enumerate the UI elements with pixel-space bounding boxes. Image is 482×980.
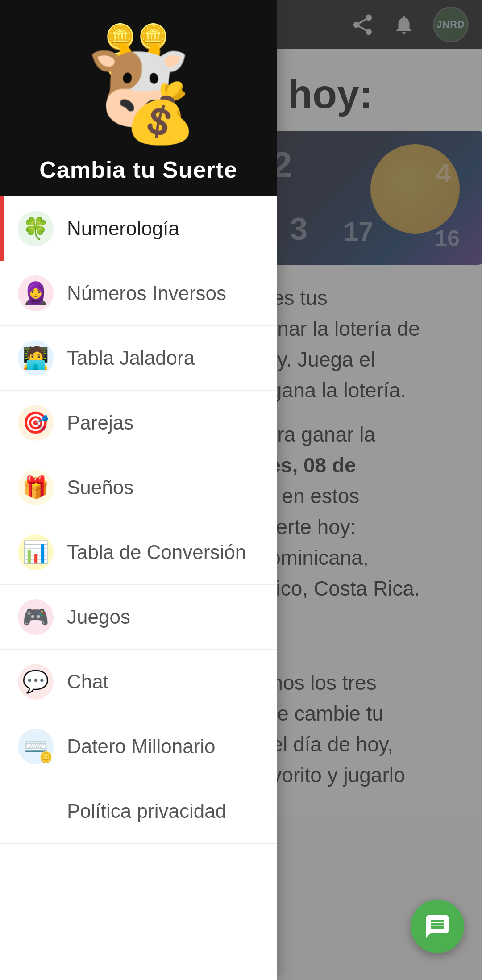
navigation-drawer: 🪙🪙🪙 🐮 💰 Cambia tu Suerte 🍀 Numerología [0,0,277,980]
sidebar-item-tabla-jaladora[interactable]: 🧑‍💻 Tabla Jaladora [0,326,277,391]
drawer-nav: 🍀 Numerología 🧕 Números Inversos 🧑‍💻 Tab… [0,196,277,980]
sidebar-item-tabla-conversion[interactable]: 📊 Tabla de Conversión [0,520,277,585]
overlay-dimmed-area[interactable] [277,0,482,980]
suenos-icon-wrapper: 🎁 [18,470,54,505]
suenos-icon: 🎁 [22,475,49,500]
sidebar-item-label-suenos: Sueños [67,476,133,499]
numerologia-icon: 🍀 [22,216,49,241]
juegos-icon-wrapper: 🎮 [18,599,54,635]
tabla-jaladora-icon: 🧑‍💻 [22,346,49,371]
sidebar-item-label-numerologia: Numerología [67,217,179,240]
money-bag: 💰 [124,79,196,147]
sidebar-item-label-numeros-inversos: Números Inversos [67,282,226,304]
drawer-overlay: 🪙🪙🪙 🐮 💰 Cambia tu Suerte 🍀 Numerología [0,0,482,980]
parejas-icon: 🎯 [22,410,49,435]
parejas-icon-wrapper: 🎯 [18,405,54,441]
politica-icon-wrapper [18,793,54,829]
sidebar-item-chat[interactable]: 💬 Chat [0,650,277,714]
chat-icon: 💬 [22,669,49,694]
sidebar-item-numeros-inversos[interactable]: 🧕 Números Inversos [0,261,277,326]
fab-icon [424,913,451,940]
sidebar-item-politica-privacidad[interactable]: Política privacidad [0,779,277,844]
sidebar-item-label-tabla-conversion: Tabla de Conversión [67,541,246,563]
sidebar-item-juegos[interactable]: 🎮 Juegos [0,585,277,650]
datero-millonario-icon-wrapper: ⌨️ 🪙 [18,729,54,764]
drawer-title: Cambia tu Suerte [39,156,237,183]
datero-coin-icon: 🪙 [39,751,53,763]
sidebar-item-label-tabla-jaladora: Tabla Jaladora [67,347,195,369]
juegos-icon: 🎮 [22,605,49,630]
tabla-conversion-icon: 📊 [22,540,49,565]
sidebar-item-parejas[interactable]: 🎯 Parejas [0,391,277,455]
chat-icon-wrapper: 💬 [18,664,54,700]
drawer-header: 🪙🪙🪙 🐮 💰 Cambia tu Suerte [0,0,277,196]
sidebar-item-label-chat: Chat [67,671,108,693]
sidebar-item-numerologia[interactable]: 🍀 Numerología [0,196,277,261]
sidebar-item-label-juegos: Juegos [67,606,130,628]
numeros-inversos-icon-wrapper: 🧕 [18,275,54,311]
fab-button[interactable] [411,900,464,953]
sidebar-item-datero-millonario[interactable]: ⌨️ 🪙 Datero Millonario [0,714,277,779]
sidebar-item-label-politica-privacidad: Política privacidad [67,800,226,822]
numerologia-icon-wrapper: 🍀 [18,211,54,246]
numeros-inversos-icon: 🧕 [22,281,49,306]
tabla-conversion-icon-wrapper: 📊 [18,534,54,570]
sidebar-item-label-parejas: Parejas [67,412,133,434]
sidebar-item-label-datero-millonario: Datero Millonario [67,735,216,758]
drawer-logo: 🪙🪙🪙 🐮 💰 [67,18,210,152]
sidebar-item-suenos[interactable]: 🎁 Sueños [0,455,277,520]
tabla-jaladora-icon-wrapper: 🧑‍💻 [18,340,54,376]
